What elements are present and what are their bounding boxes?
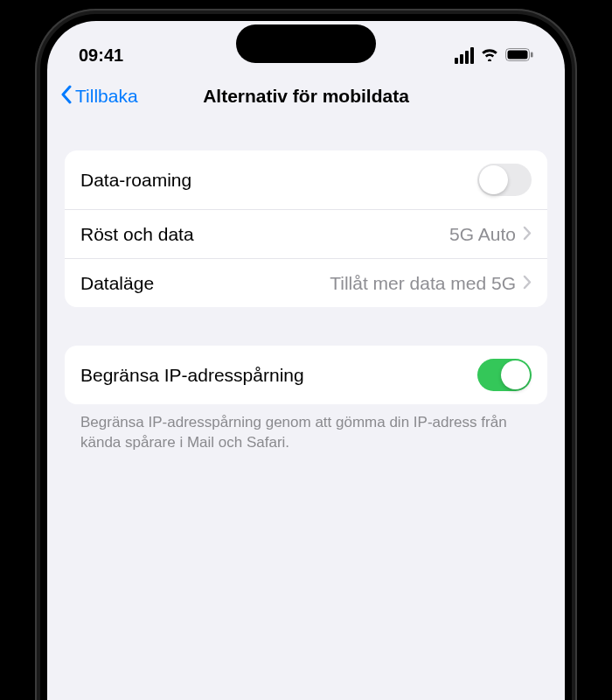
toggle-knob: [501, 360, 530, 389]
back-label: Tillbaka: [75, 86, 138, 107]
row-label: Data-roaming: [80, 170, 191, 191]
navigation-bar: Tillbaka Alternativ för mobildata: [47, 74, 565, 119]
limit-ip-tracking-row[interactable]: Begränsa IP-adresspårning: [65, 346, 547, 404]
data-mode-row[interactable]: Dataläge Tillåt mer data med 5G: [65, 258, 547, 307]
chevron-left-icon: [59, 85, 73, 108]
status-icons: [455, 46, 533, 66]
row-value: Tillåt mer data med 5G: [330, 273, 516, 294]
row-label: Begränsa IP-adresspårning: [80, 365, 304, 386]
chevron-right-icon: [523, 224, 532, 245]
phone-frame: 09:41 Tillbaka Alternativ för m: [35, 9, 577, 700]
cellular-icon: [455, 47, 474, 64]
svg-rect-2: [531, 52, 533, 57]
toggle-knob: [479, 165, 508, 194]
settings-group-1: Data-roaming Röst och data 5G Auto: [65, 150, 547, 307]
chevron-right-icon: [523, 273, 532, 294]
svg-rect-1: [508, 50, 528, 59]
row-label: Dataläge: [80, 273, 154, 294]
group-footer-text: Begränsa IP-adresspårning genom att gömm…: [65, 404, 547, 462]
page-title: Alternativ för mobildata: [203, 86, 409, 107]
row-value: 5G Auto: [449, 224, 516, 245]
status-time: 09:41: [79, 46, 123, 66]
back-button[interactable]: Tillbaka: [59, 85, 138, 108]
limit-ip-tracking-toggle[interactable]: [477, 359, 532, 391]
content: Data-roaming Röst och data 5G Auto: [47, 119, 565, 462]
screen: 09:41 Tillbaka Alternativ för m: [47, 21, 565, 700]
row-label: Röst och data: [80, 224, 194, 245]
data-roaming-row[interactable]: Data-roaming: [65, 150, 547, 209]
data-roaming-toggle[interactable]: [477, 164, 532, 196]
voice-and-data-row[interactable]: Röst och data 5G Auto: [65, 209, 547, 258]
battery-icon: [505, 46, 533, 66]
wifi-icon: [480, 46, 499, 66]
dynamic-island: [236, 24, 376, 63]
settings-group-2: Begränsa IP-adresspårning: [65, 346, 547, 404]
row-value-wrap: 5G Auto: [449, 224, 532, 245]
row-value-wrap: Tillåt mer data med 5G: [330, 273, 532, 294]
